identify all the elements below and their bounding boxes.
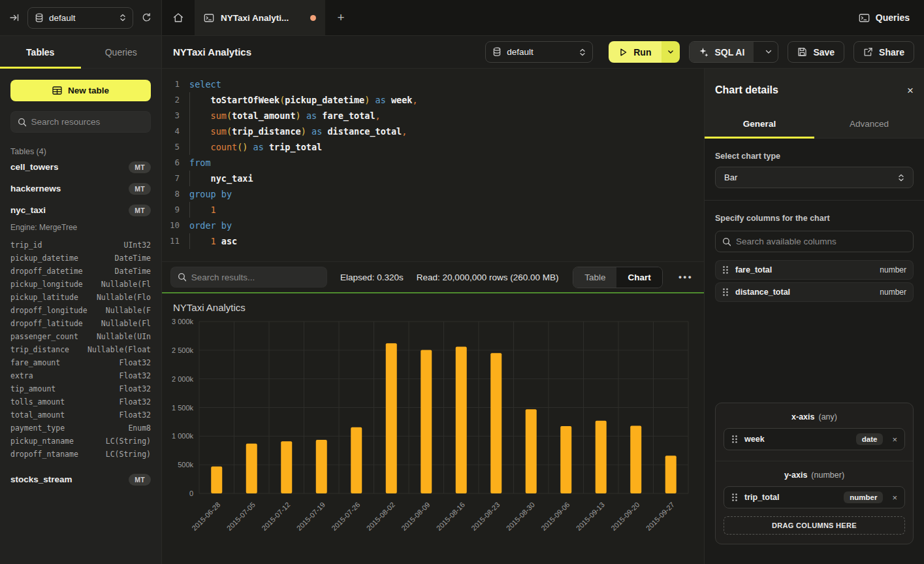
run-button-group: Run xyxy=(609,41,680,63)
remove-icon[interactable]: × xyxy=(892,435,897,444)
tab-general[interactable]: General xyxy=(705,110,814,138)
close-icon[interactable]: × xyxy=(907,85,914,96)
tab-nytaxi-analytics[interactable]: NYTaxi Analyti... xyxy=(195,0,325,35)
unsaved-dot xyxy=(310,15,316,21)
x-axis-chip-name: week xyxy=(744,435,850,444)
run-options-button[interactable] xyxy=(661,41,680,63)
table-item-stocks_stream[interactable]: stocks_streamMT xyxy=(10,469,151,490)
chart-bar[interactable] xyxy=(211,467,222,493)
topbar-database-value: default xyxy=(49,13,114,23)
available-columns-list: fare_totalnumberdistance_totalnumber xyxy=(715,260,914,302)
chart-bar[interactable] xyxy=(281,441,292,493)
column-row: pickup_datetimeDateTime xyxy=(10,252,151,265)
x-axis-name: x-axis xyxy=(791,412,814,422)
x-tick-label: 2015-08-23 xyxy=(470,501,501,532)
chart-bar[interactable] xyxy=(421,350,432,493)
chart-bar[interactable] xyxy=(630,426,641,493)
toolbar-database-value: default xyxy=(507,47,574,57)
results-bar: Elapsed: 0.320s Read: 20,000,000 rows (2… xyxy=(162,261,704,292)
table-item-cell_towers[interactable]: cell_towersMT xyxy=(10,156,151,178)
drag-handle-icon xyxy=(731,435,738,444)
sql-editor[interactable]: 1select2 toStartOfWeek(pickup_datetime) … xyxy=(162,69,704,261)
editor-line: 1select xyxy=(162,76,704,92)
chart-bar[interactable] xyxy=(596,421,607,493)
columns-search xyxy=(715,231,914,252)
y-tick-label: 0 xyxy=(189,489,193,497)
columns-label: Specify columns for the chart xyxy=(715,214,914,223)
line-number: 2 xyxy=(162,92,189,108)
tables-count-label: Tables (4) xyxy=(10,147,151,156)
run-button[interactable]: Run xyxy=(609,41,661,63)
topbar: default NYTaxi Analyti... + Queries xyxy=(0,0,924,36)
remove-icon[interactable]: × xyxy=(892,493,897,503)
available-column-distance_total[interactable]: distance_totalnumber xyxy=(715,282,914,302)
chart-bar[interactable] xyxy=(246,444,257,493)
line-number: 6 xyxy=(162,155,189,171)
search-icon xyxy=(178,273,186,282)
tab-advanced[interactable]: Advanced xyxy=(814,110,924,138)
table-item-nyc_taxi[interactable]: nyc_taxiMT xyxy=(10,199,151,221)
queries-button[interactable]: Queries xyxy=(859,12,910,23)
share-button[interactable]: Share xyxy=(853,41,914,63)
column-row: payment_typeEnum8 xyxy=(10,422,151,435)
column-kind: number xyxy=(880,288,906,297)
sql-ai-label: SQL AI xyxy=(714,47,744,58)
save-button[interactable]: Save xyxy=(788,41,844,63)
queries-icon xyxy=(859,13,870,23)
line-number: 9 xyxy=(162,202,189,218)
column-row: tolls_amountFloat32 xyxy=(10,395,151,408)
toolbar-database-select[interactable]: default xyxy=(485,41,593,63)
chart-type-select[interactable]: Bar xyxy=(715,167,914,188)
x-axis-chip[interactable]: week date × xyxy=(724,428,905,450)
columns-search-input[interactable] xyxy=(736,237,906,246)
drop-zone[interactable]: DRAG COLUMNS HERE xyxy=(724,516,905,535)
x-tick-label: 2015-09-20 xyxy=(609,501,641,532)
column-row: dropoff_ntanameLC(String) xyxy=(10,448,151,461)
tab-label: NYTaxi Analyti... xyxy=(221,13,304,23)
panel-title: Chart details xyxy=(715,84,778,96)
chart-bar[interactable] xyxy=(526,409,537,493)
refresh-icon[interactable] xyxy=(141,12,152,24)
chart-bar[interactable] xyxy=(560,426,571,493)
tab-strip: NYTaxi Analyti... + xyxy=(162,0,844,35)
view-table-button[interactable]: Table xyxy=(573,267,616,288)
chart-bar[interactable] xyxy=(351,427,362,493)
table-item-hackernews[interactable]: hackernewsMT xyxy=(10,178,151,199)
chart-bar[interactable] xyxy=(665,456,677,493)
results-chart: 0500k1 000k1 500k2 000k2 500k3 000k2015-… xyxy=(162,293,704,564)
new-tab-button[interactable]: + xyxy=(325,0,357,35)
x-tick-label: 2015-06-28 xyxy=(190,501,221,532)
sidebar-search-input[interactable] xyxy=(31,117,144,127)
line-number: 4 xyxy=(162,124,189,139)
y-axis-chip[interactable]: trip_total number × xyxy=(724,486,905,508)
view-chart-button[interactable]: Chart xyxy=(616,267,661,288)
queries-label: Queries xyxy=(876,12,910,23)
chart-bar[interactable] xyxy=(386,343,397,493)
available-column-fare_total[interactable]: fare_totalnumber xyxy=(715,260,914,280)
topbar-database-select[interactable]: default xyxy=(27,7,133,29)
panel-body: Select chart type Bar Specify columns fo… xyxy=(705,139,924,564)
collapse-sidebar-icon[interactable] xyxy=(9,12,20,23)
engine-badge: MT xyxy=(129,474,151,486)
drag-handle-icon xyxy=(722,265,729,274)
chart-type-value: Bar xyxy=(724,173,737,182)
more-options-button[interactable]: ●●● xyxy=(676,274,695,280)
column-row: dropoff_latitudeNullable(Fl xyxy=(10,317,151,330)
chart-bar[interactable] xyxy=(490,353,502,493)
new-table-button[interactable]: New table xyxy=(10,80,151,101)
sidebar-tab-queries[interactable]: Queries xyxy=(81,36,162,68)
sidebar-tab-tables[interactable]: Tables xyxy=(0,36,81,68)
sql-ai-button[interactable]: SQL AI xyxy=(690,42,754,62)
y-tick-label: 500k xyxy=(178,461,193,469)
chart-bar[interactable] xyxy=(456,347,467,493)
editor-line: 10order by xyxy=(162,218,704,233)
column-kind: number xyxy=(880,265,906,274)
y-axis-chip-type: number xyxy=(844,491,883,503)
home-tab[interactable] xyxy=(162,0,195,35)
chart-bar[interactable] xyxy=(316,440,327,493)
results-search-input[interactable] xyxy=(191,273,320,282)
y-axis-name: y-axis xyxy=(784,471,807,480)
sql-ai-options-button[interactable] xyxy=(759,42,778,62)
x-tick-label: 2015-08-09 xyxy=(400,501,431,532)
table-list: cell_towersMThackernewsMTnyc_taxiMTEngin… xyxy=(10,156,151,490)
